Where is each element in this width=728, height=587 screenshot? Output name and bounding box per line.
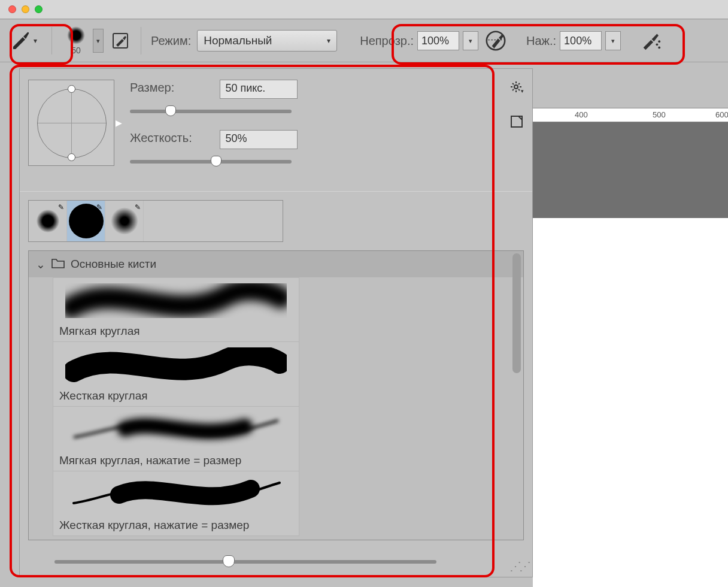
svg-point-3 [656, 43, 659, 46]
thumbnail-zoom-slider[interactable] [54, 560, 436, 564]
brush-name: Жесткая круглая [59, 389, 293, 403]
pencil-badge-icon: ✎ [58, 203, 64, 211]
brush-name: Мягкая круглая [59, 325, 293, 338]
brush-preset-dropdown[interactable]: ▾ [93, 29, 104, 53]
divider [51, 27, 52, 55]
recent-brushes-strip: ✎ ✎ ✎ [28, 200, 283, 242]
new-preset-button[interactable] [509, 114, 524, 131]
divider [141, 27, 141, 55]
opacity-value: 100% [421, 35, 449, 47]
recent-brush-item-selected[interactable]: ✎ [67, 201, 105, 241]
hardness-slider[interactable] [130, 160, 292, 164]
brush-tip-angle-control[interactable]: ▶ [28, 80, 114, 166]
opacity-field[interactable]: 100% [417, 31, 459, 50]
separator [20, 191, 532, 192]
brush-stroke-preview [59, 476, 293, 512]
document-canvas[interactable] [533, 218, 728, 587]
chevron-down-icon: ⌄ [36, 258, 46, 271]
document-canvas-area: 400 500 600 [533, 62, 728, 587]
slider-thumb[interactable] [165, 105, 176, 116]
mode-label: Режим: [151, 34, 191, 48]
blend-mode-value: Нормальный [204, 34, 272, 47]
brush-size-readout: 50 [71, 46, 81, 55]
flow-field[interactable]: 100% [560, 31, 602, 50]
ruler-tick: 400 [575, 110, 588, 119]
brush-stroke-preview [59, 347, 293, 383]
brush-folder-header[interactable]: ⌄ Основные кисти [29, 251, 523, 277]
close-window-button[interactable] [8, 5, 16, 13]
horizontal-ruler[interactable]: 400 500 600 [533, 108, 728, 122]
brush-dot-icon [37, 210, 59, 232]
hardness-field[interactable]: 50% [220, 130, 298, 149]
size-field[interactable]: 50 пикс. [220, 80, 298, 99]
pencil-badge-icon: ✎ [96, 203, 102, 211]
svg-point-5 [658, 47, 660, 49]
svg-point-6 [514, 85, 518, 89]
brush-name: Жесткая круглая, нажатие = размер [59, 519, 293, 532]
svg-line-13 [512, 89, 514, 90]
resize-grip-icon[interactable]: ⋰⋰ [509, 559, 529, 573]
opacity-label: Непрозр.: [360, 34, 414, 48]
svg-line-12 [518, 89, 520, 90]
pressure-opacity-button[interactable] [484, 29, 507, 52]
canvas-pasteboard [533, 122, 728, 218]
chevron-down-icon: ▾ [327, 37, 330, 45]
ruler-tick: 500 [653, 110, 666, 119]
folder-icon [51, 258, 65, 271]
slider-thumb[interactable] [211, 156, 222, 167]
brush-list: ⌄ Основные кисти Мягкая круглая Жесткая … [28, 250, 524, 540]
window-titlebar [0, 0, 728, 19]
picker-settings-button[interactable]: ▾ [509, 80, 524, 96]
size-slider[interactable] [130, 110, 292, 113]
flow-label: Наж.: [526, 34, 556, 48]
brush-preset-picker: ▶ Размер: 50 пикс. Жесткость: 50% ▾ [19, 68, 533, 577]
hardness-label: Жесткость: [130, 131, 214, 145]
size-label: Размер: [130, 81, 214, 95]
ruler-tick: 600 [715, 110, 728, 119]
scrollbar-vertical[interactable] [512, 253, 521, 373]
brush-settings-panel-button[interactable] [110, 30, 131, 52]
brush-stroke-preview [59, 411, 293, 447]
brush-preset-item[interactable]: Жесткая круглая [53, 342, 299, 407]
airbrush-button[interactable] [639, 29, 662, 52]
folder-title: Основные кисти [71, 258, 156, 271]
svg-line-14 [518, 83, 520, 84]
svg-line-11 [512, 83, 514, 84]
flow-value: 100% [564, 35, 592, 47]
flow-dropdown[interactable]: ▾ [605, 31, 621, 50]
current-tool-button[interactable]: ▾ [5, 26, 42, 55]
brush-stroke-preview [59, 283, 293, 319]
opacity-dropdown[interactable]: ▾ [463, 31, 478, 50]
brush-preset-item[interactable]: Мягкая круглая, нажатие = размер [53, 407, 299, 471]
slider-thumb[interactable] [223, 555, 235, 567]
chevron-down-icon: ▾ [34, 37, 37, 45]
brush-name: Мягкая круглая, нажатие = размер [59, 454, 293, 467]
brush-tool-icon [10, 29, 31, 53]
angle-arrow-icon: ▶ [116, 118, 122, 128]
minimize-window-button[interactable] [22, 5, 29, 13]
brush-preset-item[interactable]: Мягкая круглая [53, 277, 299, 342]
svg-text:▾: ▾ [521, 88, 524, 94]
brush-preset-item[interactable]: Жесткая круглая, нажатие = размер [53, 471, 299, 536]
brush-preset-thumb[interactable]: 50 [62, 26, 90, 55]
brush-dot-icon [67, 26, 85, 44]
brush-dot-icon [111, 207, 138, 235]
recent-brush-item[interactable]: ✎ [105, 201, 144, 241]
tool-options-bar: ▾ 50 ▾ Режим: Нормальный ▾ Непрозр.: 100… [0, 19, 728, 62]
blend-mode-select[interactable]: Нормальный ▾ [197, 30, 337, 52]
maximize-window-button[interactable] [35, 5, 43, 13]
recent-brush-item[interactable]: ✎ [29, 201, 67, 241]
size-value: 50 пикс. [225, 82, 265, 94]
svg-point-1 [487, 32, 505, 50]
pencil-badge-icon: ✎ [135, 203, 141, 211]
svg-point-4 [658, 40, 660, 43]
hardness-value: 50% [225, 132, 247, 144]
